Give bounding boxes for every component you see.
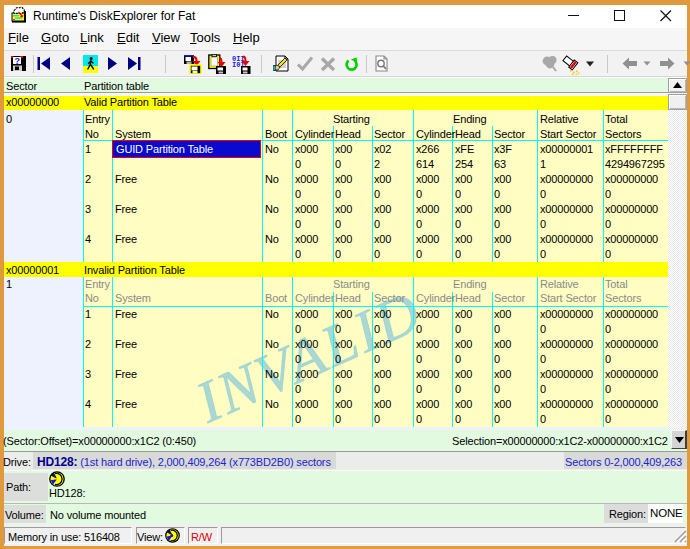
svg-text:?: ?: [15, 56, 21, 66]
